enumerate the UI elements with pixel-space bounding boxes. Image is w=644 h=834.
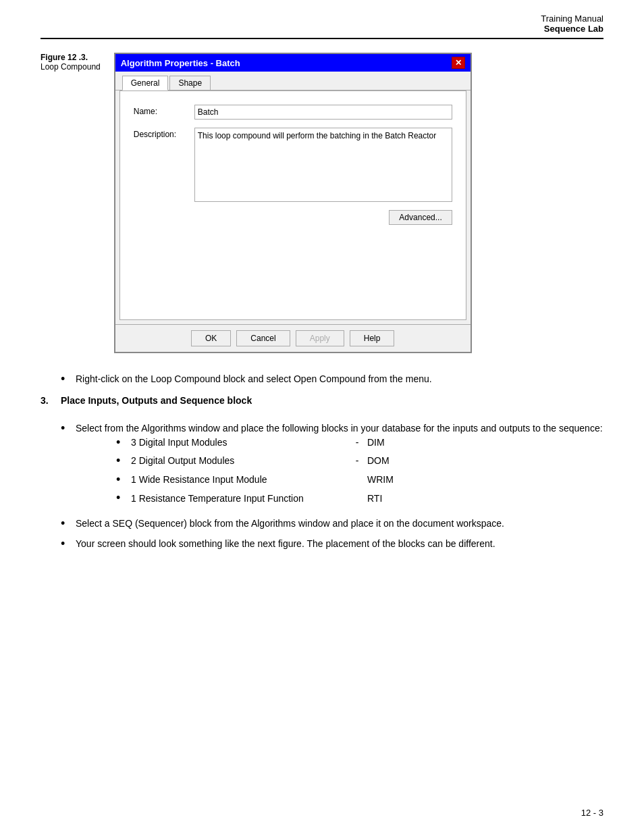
module-item-1: • 2 Digital Output Modules - DOM [116,454,603,469]
dialog-titlebar: Algorithm Properties - Batch ✕ [115,54,471,72]
help-button[interactable]: Help [350,330,395,346]
ok-button[interactable]: OK [191,330,231,346]
dialog-footer: OK Cancel Apply Help [115,324,471,352]
sequence-lab-label: Sequence Lab [41,24,603,34]
module-abbr-2: WRIM [367,473,394,487]
advanced-row: Advanced... [134,210,452,225]
tab-shape[interactable]: Shape [169,76,211,90]
document-body: • Right-click on the Loop Compound block… [41,372,603,551]
step3-bullet-item-2: • Select a SEQ (Sequencer) block from th… [61,517,603,531]
figure-label-block: Figure 12 .3. Loop Compound [41,53,101,353]
description-label: Description: [134,128,194,139]
module-item-0: • 3 Digital Input Modules - DIM [116,436,603,450]
module-dot-2: • [116,473,128,488]
name-label: Name: [134,105,194,116]
module-item-2: • 1 Wide Resistance Input Module WRIM [116,473,603,488]
module-list: • 3 Digital Input Modules - DIM • 2 Digi… [116,436,603,506]
step3-bullet-dot-1: • [61,421,73,436]
module-name-1: 2 Digital Output Modules [131,454,347,468]
step3-bullet-text-2: Select a SEQ (Sequencer) block from the … [76,517,504,531]
name-row: Name: [134,105,452,120]
header-divider [41,38,603,39]
module-name-3: 1 Resistance Temperature Input Function [131,492,347,506]
step3-bullet-item-1: • Select from the Algorithms window and … [61,421,603,511]
training-manual-label: Training Manual [41,14,603,24]
module-abbr-0: DIM [367,436,385,450]
description-row: Description: This loop compound will per… [134,128,452,202]
bullet-list-1: • Right-click on the Loop Compound block… [61,372,603,387]
figure-label-sub: Loop Compound [41,62,101,72]
figure-label-title: Figure 12 .3. [41,53,101,62]
step-3-heading: Place Inputs, Outputs and Sequence block [61,394,252,408]
step-3-number: 3. [41,394,61,408]
module-dash-0: - [347,436,367,450]
dialog-tabs: General Shape [115,72,471,90]
advanced-button[interactable]: Advanced... [389,210,452,225]
step3-bullet-item-3: • Your screen should look something like… [61,537,603,552]
page-number: 12 - 3 [581,808,603,818]
bullet-text-1: Right-click on the Loop Compound block a… [76,372,432,386]
step-3: 3. Place Inputs, Outputs and Sequence bl… [41,394,603,415]
module-name-2: 1 Wide Resistance Input Module [131,473,347,487]
step3-bullet-dot-3: • [61,537,73,552]
tab-general[interactable]: General [122,76,169,90]
module-dot-3: • [116,491,128,506]
description-textarea[interactable]: This loop compound will perform the batc… [194,128,452,202]
bullet-dot-1: • [61,372,73,387]
module-abbr-1: DOM [367,454,390,468]
module-dot-1: • [116,454,128,469]
module-item-3: • 1 Resistance Temperature Input Functio… [116,491,603,506]
module-abbr-3: RTI [367,492,382,506]
dialog-title: Algorithm Properties - Batch [121,58,240,68]
step3-bullet-text-3: Your screen should look something like t… [76,537,495,551]
step3-bullet-list: • Select from the Algorithms window and … [61,421,603,552]
module-dot-0: • [116,436,128,450]
apply-button[interactable]: Apply [296,330,344,346]
step3-bullet-text-1: Select from the Algorithms window and pl… [76,423,603,434]
dialog-close-button[interactable]: ✕ [452,57,465,69]
module-dash-1: - [347,454,367,468]
cancel-button[interactable]: Cancel [236,330,290,346]
name-input[interactable] [194,105,452,120]
dialog-body: Name: Description: This loop compound wi… [119,90,466,320]
bullet-item-1: • Right-click on the Loop Compound block… [61,372,603,387]
step3-bullet-dot-2: • [61,517,73,531]
module-name-0: 3 Digital Input Modules [131,436,347,450]
algorithm-properties-dialog: Algorithm Properties - Batch ✕ General S… [114,53,472,353]
